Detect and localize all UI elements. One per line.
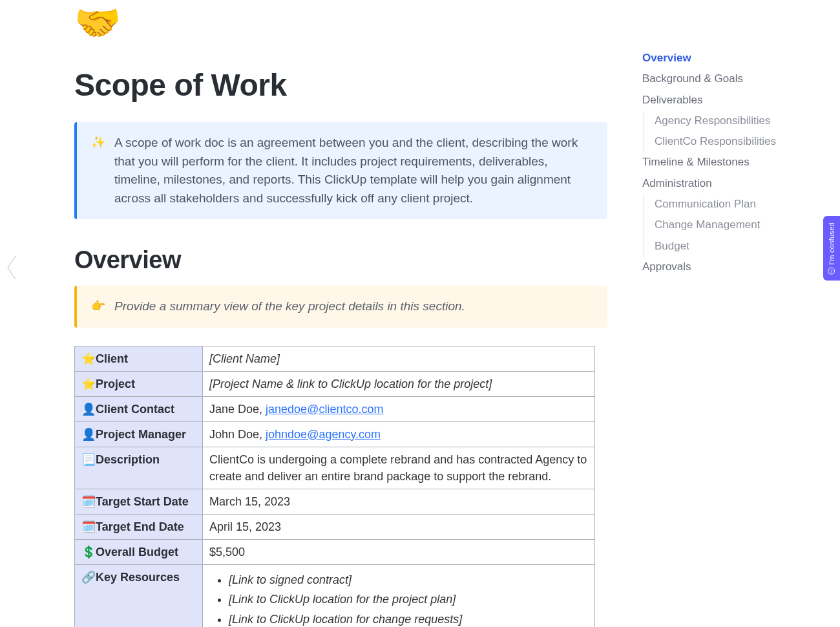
help-icon: ? [828, 267, 835, 274]
end-date-value[interactable]: April 15, 2023 [203, 515, 595, 540]
feedback-tab[interactable]: ? I'm confused [823, 216, 840, 281]
document-body: 🤝 Scope of Work ✨ A scope of work doc is… [0, 0, 607, 627]
row-label: Description [96, 453, 160, 466]
page-title[interactable]: Scope of Work [74, 67, 607, 103]
row-label: Overall Budget [96, 546, 178, 558]
page-icon: 📃 [81, 451, 96, 468]
overview-hint-callout: 👉 Provide a summary view of the key proj… [74, 286, 607, 328]
person-icon: 👤 [81, 401, 96, 418]
calendar-icon: 🗓️ [81, 518, 96, 535]
intro-callout: ✨ A scope of work doc is an agreement be… [74, 122, 607, 219]
toc-item-budget[interactable]: Budget [644, 236, 810, 257]
dollar-icon: 💲 [81, 544, 96, 560]
pm-value[interactable]: John Doe, johndoe@agency.com [203, 421, 595, 447]
table-row: 🔗Key Resources [Link to signed contract]… [75, 565, 595, 627]
table-row: 📃Description ClientCo is undergoing a co… [75, 447, 595, 489]
star-icon: ⭐ [81, 376, 96, 392]
toc-item-timeline[interactable]: Timeline & Milestones [642, 152, 810, 173]
row-label: Client [96, 352, 128, 365]
intro-text: A scope of work doc is an agreement betw… [114, 134, 592, 207]
toc-item-clientco-resp[interactable]: ClientCo Responsibilities [644, 131, 810, 152]
row-label: Project [96, 377, 135, 390]
row-label: Target End Date [96, 520, 184, 533]
pointing-right-icon: 👉 [91, 297, 105, 315]
previous-arrow-button[interactable] [4, 253, 19, 282]
star-icon: ⭐ [81, 350, 96, 367]
row-label: Target Start Date [96, 495, 189, 508]
row-label: Client Contact [96, 403, 174, 416]
project-value[interactable]: [Project Name & link to ClickUp location… [203, 371, 595, 396]
list-item[interactable]: [Link to ClickUp location for change req… [229, 611, 588, 627]
list-item[interactable]: [Link to ClickUp location for the projec… [229, 591, 588, 608]
table-row: 🗓️Target Start Date March 15, 2023 [75, 489, 595, 515]
budget-value[interactable]: $5,500 [203, 540, 595, 565]
table-row: 👤Project Manager John Doe, johndoe@agenc… [75, 421, 595, 447]
sparkles-icon: ✨ [91, 134, 105, 151]
table-row: 👤Client Contact Jane Doe, janedoe@client… [75, 396, 595, 421]
toc-item-administration[interactable]: Administration [642, 173, 810, 194]
chevron-left-icon [4, 253, 19, 282]
toc-item-background[interactable]: Background & Goals [642, 69, 810, 89]
client-contact-value[interactable]: Jane Doe, janedoe@clientco.com [203, 396, 595, 421]
overview-table: ⭐Client [Client Name] ⭐Project [Project … [74, 346, 595, 628]
toc-item-deliverables[interactable]: Deliverables [642, 90, 810, 111]
row-label: Key Resources [96, 571, 180, 584]
table-row: 💲Overall Budget $5,500 [75, 540, 595, 565]
description-value[interactable]: ClientCo is undergoing a complete rebran… [203, 447, 595, 489]
table-row: 🗓️Target End Date April 15, 2023 [75, 515, 595, 540]
doc-emoji[interactable]: 🤝 [74, 4, 607, 41]
overview-heading: Overview [74, 246, 607, 274]
client-value[interactable]: [Client Name] [203, 346, 595, 371]
start-date-value[interactable]: March 15, 2023 [203, 489, 595, 515]
calendar-icon: 🗓️ [81, 493, 96, 510]
toc-item-agency-resp[interactable]: Agency Responsibilities [644, 111, 810, 131]
table-of-contents: Overview Background & Goals Deliverables… [642, 48, 810, 277]
table-row: ⭐Project [Project Name & link to ClickUp… [75, 371, 595, 396]
toc-item-communication[interactable]: Communication Plan [644, 194, 810, 215]
resources-value[interactable]: [Link to signed contract] [Link to Click… [203, 565, 595, 627]
person-icon: 👤 [81, 426, 96, 443]
toc-item-change-mgmt[interactable]: Change Management [644, 215, 810, 235]
overview-hint-text: Provide a summary view of the key projec… [114, 297, 465, 316]
table-row: ⭐Client [Client Name] [75, 346, 595, 371]
client-contact-email[interactable]: janedoe@clientco.com [266, 403, 383, 416]
pm-email[interactable]: johndoe@agency.com [266, 428, 381, 441]
feedback-label: I'm confused [828, 222, 835, 265]
list-item[interactable]: [Link to signed contract] [229, 571, 588, 588]
link-icon: 🔗 [81, 569, 96, 586]
toc-item-overview[interactable]: Overview [642, 48, 810, 69]
toc-item-approvals[interactable]: Approvals [642, 257, 810, 277]
row-label: Project Manager [96, 428, 186, 441]
